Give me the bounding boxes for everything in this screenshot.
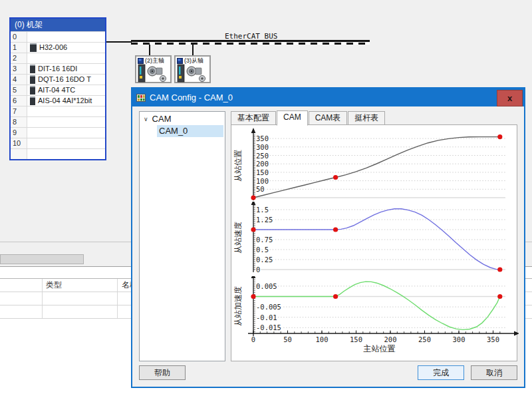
dialog-titlebar: CAM Config - CAM_0 bbox=[132, 89, 524, 106]
svg-text:350: 350 bbox=[256, 134, 269, 142]
dialog-icon bbox=[136, 93, 146, 102]
svg-text:100: 100 bbox=[256, 177, 269, 185]
svg-text:150: 150 bbox=[350, 335, 362, 343]
svg-text:200: 200 bbox=[384, 335, 397, 343]
slave-velocity-chart[interactable]: 1.51.250.750.50.250从站速度 bbox=[233, 202, 519, 276]
svg-text:100: 100 bbox=[316, 335, 329, 343]
svg-text:-0.005: -0.005 bbox=[256, 303, 281, 311]
rack-slot-row[interactable]: 3DIT-16 16DI bbox=[11, 63, 105, 74]
rack-slot-row[interactable]: 7 bbox=[11, 106, 105, 116]
device-node-slave-axis[interactable]: (3)从轴 bbox=[174, 55, 211, 83]
servo-drive-motor-icon bbox=[177, 64, 207, 83]
svg-text:0.5: 0.5 bbox=[256, 246, 269, 254]
svg-text:从站位置: 从站位置 bbox=[233, 150, 243, 182]
tab-tappet-table[interactable]: 挺杆表 bbox=[348, 111, 385, 125]
svg-text:250: 250 bbox=[256, 152, 269, 160]
rack-slot-row[interactable]: 10 bbox=[11, 138, 105, 148]
svg-text:300: 300 bbox=[256, 143, 269, 151]
module-icon bbox=[30, 43, 37, 52]
slot-number: 4 bbox=[11, 75, 27, 85]
tab-basic-config[interactable]: 基本配置 bbox=[231, 111, 276, 125]
svg-text:-0.015: -0.015 bbox=[256, 323, 281, 331]
dialog-title: CAM Config - CAM_0 bbox=[150, 93, 233, 102]
rack-slot-row[interactable] bbox=[11, 148, 105, 159]
rack-bus-connector bbox=[106, 41, 132, 43]
tab-cam-table[interactable]: CAM表 bbox=[309, 111, 348, 125]
header-cell-type: 类型 bbox=[43, 279, 118, 292]
collapsed-panel-bar[interactable] bbox=[0, 254, 84, 264]
rack-header: (0) 机架 bbox=[11, 19, 105, 31]
tab-strip: 基本配置 CAM CAM表 挺杆表 bbox=[231, 111, 386, 125]
tab-cam[interactable]: CAM bbox=[277, 110, 308, 126]
header-cell-empty bbox=[0, 279, 43, 292]
cam-config-dialog: CAM Config - CAM_0 x ∨ CAM CAM_0 基本配置 CA… bbox=[131, 87, 525, 388]
slot-number bbox=[11, 149, 27, 159]
module-icon bbox=[30, 65, 35, 73]
servo-drive-motor-icon bbox=[138, 64, 168, 83]
slot-number: 0 bbox=[11, 32, 27, 42]
slot-number: 5 bbox=[11, 85, 27, 95]
svg-text:300: 300 bbox=[453, 335, 466, 343]
slot-number: 10 bbox=[11, 138, 27, 148]
rack-slot-row[interactable]: 4DQT-16 16DO T bbox=[11, 74, 105, 85]
device-mini-icon bbox=[177, 58, 183, 64]
slot-number: 7 bbox=[11, 106, 27, 116]
slot-number: 3 bbox=[11, 64, 27, 74]
device-node-master-axis[interactable]: (2)主轴 bbox=[135, 55, 172, 83]
svg-text:1.25: 1.25 bbox=[256, 216, 273, 224]
finish-button[interactable]: 完成 bbox=[418, 365, 464, 380]
ethercat-bus-line bbox=[131, 40, 370, 45]
svg-text:200: 200 bbox=[256, 160, 269, 168]
tree-node-cam[interactable]: ∨ CAM bbox=[140, 112, 225, 125]
svg-text:0: 0 bbox=[256, 266, 260, 274]
tree-node-cam0[interactable]: CAM_0 bbox=[157, 125, 223, 137]
cancel-button[interactable]: 取消 bbox=[471, 365, 517, 380]
rack-slot-row[interactable]: 1H32-006 bbox=[11, 42, 105, 53]
rack-slot-row[interactable]: 0 bbox=[11, 31, 105, 42]
svg-text:50: 50 bbox=[283, 335, 292, 343]
rack-slot-row[interactable]: 5AIT-04 4TC bbox=[11, 85, 105, 95]
slave-acceleration-chart[interactable]: 050100150200250300350主站位置0.005-0.005-0.0… bbox=[233, 276, 519, 363]
device-mini-icon bbox=[138, 58, 144, 64]
svg-text:350: 350 bbox=[487, 335, 499, 343]
rack-slot-row[interactable]: 6AIS-04 4AI*12bit bbox=[11, 95, 105, 106]
module-icon bbox=[30, 75, 35, 84]
help-button[interactable]: 帮助 bbox=[139, 365, 186, 380]
application-window: 类型 名称 (0) 机架 0 1H32-006 2 3DIT-16 16DI 4… bbox=[0, 0, 532, 396]
svg-text:1.5: 1.5 bbox=[256, 206, 269, 214]
svg-text:250: 250 bbox=[418, 335, 431, 343]
slave-position-chart[interactable]: 35030025020015010050从站位置 bbox=[233, 127, 519, 202]
cam-tree-panel: ∨ CAM CAM_0 bbox=[139, 111, 225, 361]
slot-number: 9 bbox=[11, 128, 27, 138]
slot-number: 8 bbox=[11, 117, 27, 127]
rack-slot-row[interactable]: 2 bbox=[11, 53, 105, 63]
slot-number: 1 bbox=[11, 43, 27, 53]
svg-text:0: 0 bbox=[251, 335, 255, 343]
module-icon bbox=[30, 86, 35, 95]
svg-text:50: 50 bbox=[256, 185, 265, 193]
svg-text:从站加速度: 从站加速度 bbox=[233, 286, 243, 326]
rack-panel: (0) 机架 0 1H32-006 2 3DIT-16 16DI 4DQT-16… bbox=[9, 17, 106, 160]
svg-text:-0.01: -0.01 bbox=[256, 313, 277, 321]
svg-text:0.75: 0.75 bbox=[256, 236, 273, 244]
slot-number: 2 bbox=[11, 53, 27, 63]
module-icon bbox=[30, 97, 35, 105]
bus-drop-line bbox=[149, 45, 150, 56]
svg-text:主站位置: 主站位置 bbox=[364, 344, 396, 353]
close-button[interactable]: x bbox=[497, 90, 523, 106]
rack-slot-row[interactable]: 9 bbox=[11, 127, 105, 138]
svg-text:0.005: 0.005 bbox=[256, 282, 277, 290]
rack-slot-row[interactable]: 8 bbox=[11, 116, 105, 127]
svg-text:150: 150 bbox=[256, 168, 269, 176]
chevron-down-icon: ∨ bbox=[144, 116, 148, 122]
svg-text:从站速度: 从站速度 bbox=[233, 222, 243, 254]
slot-number: 6 bbox=[11, 96, 27, 106]
cam-chart-panel: 35030025020015010050从站位置 1.51.250.750.50… bbox=[231, 124, 517, 361]
bus-drop-line bbox=[192, 45, 194, 56]
svg-text:0.25: 0.25 bbox=[256, 256, 273, 264]
